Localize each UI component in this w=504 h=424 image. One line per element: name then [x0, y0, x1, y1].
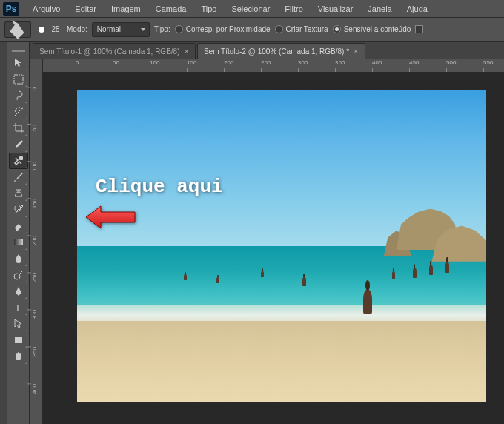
ruler-origin[interactable] — [30, 59, 43, 73]
tipo-radio-proximidade[interactable]: Corresp. por Proximidade — [175, 25, 271, 33]
image-sand — [77, 321, 486, 402]
canvas-viewport[interactable]: Clique aqui — [43, 73, 504, 424]
ruler-tick: 100 — [31, 162, 38, 171]
type-tool[interactable]: T — [9, 299, 28, 316]
ruler-tick: 150 — [31, 199, 38, 208]
menu-editar[interactable]: Editar — [67, 2, 104, 16]
svg-rect-2 — [14, 239, 23, 245]
crop-tool[interactable] — [9, 120, 28, 136]
radio-icon — [275, 25, 283, 33]
ruler-tick: 150 — [187, 59, 196, 66]
brush-tool[interactable] — [9, 169, 28, 185]
svg-rect-1 — [19, 156, 23, 160]
workspace: T Sem Título-1 @ 100% (Camada 1, RGB/8) … — [0, 42, 504, 424]
menu-camada[interactable]: Camada — [148, 2, 194, 16]
dodge-tool[interactable] — [9, 267, 28, 283]
ruler-tick: 50 — [113, 59, 119, 66]
healing-brush-tool[interactable] — [9, 153, 28, 169]
ruler-tick: 0 — [76, 59, 79, 66]
menubar: Ps Arquivo Editar Imagem Camada Tipo Sel… — [0, 0, 504, 18]
image-rocks — [331, 209, 486, 277]
tool-preset-picker[interactable] — [4, 21, 31, 38]
eraser-tool[interactable] — [9, 218, 28, 234]
radio-icon — [333, 25, 341, 33]
menu-janela[interactable]: Janela — [360, 2, 399, 16]
image-person — [429, 265, 433, 275]
lasso-tool[interactable] — [9, 87, 28, 104]
ruler-horizontal[interactable]: 050100150200250300350400450500550600 — [30, 59, 504, 73]
history-brush-tool[interactable] — [9, 202, 28, 218]
ruler-tick: 500 — [446, 59, 456, 66]
close-icon[interactable]: × — [354, 47, 358, 56]
menu-selecionar[interactable]: Selecionar — [224, 2, 277, 16]
menu-imagem[interactable]: Imagem — [104, 2, 148, 16]
canvas-image[interactable]: Clique aqui — [77, 90, 486, 402]
brush-size-picker[interactable]: 25 — [36, 25, 62, 33]
ruler-tick: 0 — [31, 87, 38, 90]
ruler-tick: 350 — [31, 347, 38, 357]
eyedropper-tool[interactable] — [9, 136, 28, 153]
brush-size-value: 25 — [49, 25, 62, 33]
ruler-tick: 300 — [31, 310, 38, 319]
hand-tool[interactable] — [9, 348, 28, 365]
menu-filtro[interactable]: Filtro — [277, 2, 310, 16]
menu-tipo[interactable]: Tipo — [193, 2, 224, 16]
ruler-tick: 250 — [31, 273, 38, 282]
ruler-tick: 200 — [31, 236, 38, 245]
annotation-text: Clique aqui — [96, 176, 223, 198]
document-area: Sem Título-1 @ 100% (Camada 1, RGB/8) × … — [30, 42, 504, 424]
blur-tool[interactable] — [9, 251, 28, 267]
ruler-tick: 200 — [224, 59, 233, 66]
radio-label: Corresp. por Proximidade — [186, 25, 271, 33]
menu-ajuda[interactable]: Ajuda — [399, 2, 435, 16]
magic-wand-tool[interactable] — [9, 104, 28, 120]
clone-stamp-tool[interactable] — [9, 185, 28, 202]
image-person — [363, 290, 372, 314]
brush-preview-icon — [39, 27, 44, 33]
ruler-tick: 450 — [409, 59, 419, 66]
rectangle-tool[interactable] — [9, 332, 28, 348]
ruler-tick: 250 — [261, 59, 271, 66]
radio-label: Criar Textura — [286, 25, 328, 33]
gradient-tool[interactable] — [9, 234, 28, 251]
pen-tool[interactable] — [9, 283, 28, 299]
image-person — [302, 277, 306, 286]
mode-select[interactable]: Normal — [92, 22, 150, 37]
image-person — [445, 262, 449, 273]
tipo-radio-conteudo[interactable]: Sensível a conteúdo — [333, 25, 411, 33]
document-tab[interactable]: Sem Título-1 @ 100% (Camada 1, RGB/8) × — [33, 43, 196, 59]
move-tool[interactable] — [9, 55, 28, 71]
svg-rect-5 — [15, 337, 22, 343]
document-tabs: Sem Título-1 @ 100% (Camada 1, RGB/8) × … — [30, 42, 504, 59]
image-person — [216, 277, 219, 283]
menu-visualizar[interactable]: Visualizar — [311, 2, 361, 16]
close-icon[interactable]: × — [185, 47, 189, 56]
sample-checkbox[interactable] — [415, 25, 423, 33]
tab-title: Sem Título-2 @ 100% (Camada 1, RGB/8) * — [204, 47, 349, 56]
mode-value: Normal — [97, 25, 121, 33]
ruler-tick: 400 — [31, 384, 38, 394]
svg-point-3 — [14, 274, 20, 279]
tab-title: Sem Título-1 @ 100% (Camada 1, RGB/8) — [39, 47, 180, 56]
canvas-wrap: 050100150200250300350400 — [30, 73, 504, 424]
ruler-tick: 350 — [335, 59, 345, 66]
image-person — [413, 268, 417, 278]
image-person — [392, 271, 395, 279]
tipo-radio-textura[interactable]: Criar Textura — [275, 25, 328, 33]
mode-label: Modo: — [67, 25, 87, 33]
image-person — [184, 274, 187, 280]
menu-arquivo[interactable]: Arquivo — [25, 2, 67, 16]
path-select-tool[interactable] — [9, 316, 28, 332]
radio-label: Sensível a conteúdo — [344, 25, 411, 33]
svg-rect-0 — [14, 75, 23, 84]
options-bar: 25 Modo: Normal Tipo: Corresp. por Proxi… — [0, 18, 504, 42]
ruler-tick: 100 — [150, 59, 159, 66]
toolbar-grip[interactable] — [7, 49, 29, 55]
ruler-tick: 550 — [483, 59, 493, 66]
ruler-tick: 400 — [372, 59, 382, 66]
app-logo[interactable]: Ps — [3, 2, 19, 16]
marquee-tool[interactable] — [9, 71, 28, 87]
document-tab[interactable]: Sem Título-2 @ 100% (Camada 1, RGB/8) * … — [197, 43, 365, 59]
ruler-vertical[interactable]: 050100150200250300350400 — [30, 73, 43, 424]
panel-collapse-strip[interactable] — [0, 42, 7, 424]
